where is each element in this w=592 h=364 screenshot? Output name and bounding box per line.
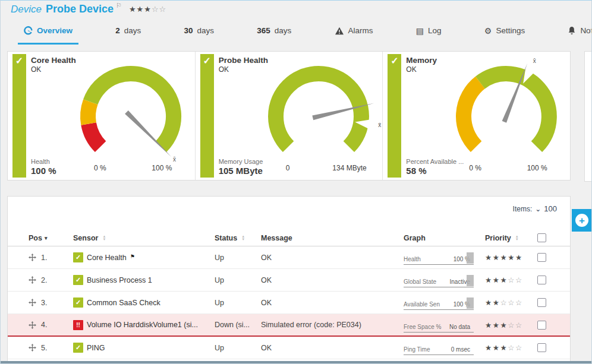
column-header-graph[interactable]: Graph	[404, 234, 485, 242]
gauge-axis-max: 134 MByte	[323, 164, 376, 172]
table-row[interactable]: 5. ✓ PING Up OK Ping Time 0 msec ★★★☆☆	[8, 337, 570, 359]
move-icon[interactable]	[29, 321, 36, 329]
move-icon[interactable]	[29, 276, 36, 284]
position-cell: 4.	[29, 321, 73, 329]
tab-log[interactable]: ▤ Log	[410, 18, 448, 45]
sort-desc-icon: ▾	[45, 235, 48, 241]
mini-graph-channel: Free Space %	[404, 324, 441, 330]
device-priority-rating[interactable]: ★★★☆☆	[129, 5, 166, 14]
channel-value: 100 %	[31, 166, 56, 176]
sensor-name[interactable]: Core Health	[87, 254, 127, 262]
message-text: OK	[261, 344, 404, 352]
mini-graph[interactable]: Available Sen 100 %	[404, 295, 474, 310]
flag-icon: ⚑	[130, 254, 135, 259]
row-checkbox[interactable]	[537, 253, 546, 262]
position-cell: 1.	[29, 254, 73, 262]
sensor-status-icon: !!	[73, 320, 83, 330]
column-header-priority[interactable]: Priority ▲▼	[485, 234, 537, 242]
alarm-triangle-icon	[335, 27, 344, 35]
sensor-cell[interactable]: ✓ Business Process 1	[73, 275, 215, 285]
position-number: 4.	[41, 321, 47, 329]
move-icon[interactable]	[29, 254, 36, 261]
svg-text:x̄: x̄	[378, 122, 381, 128]
sensor-status-icon: ✓	[73, 297, 83, 308]
sensor-name[interactable]: PING	[87, 344, 105, 352]
priority-stars[interactable]: ★★☆☆☆	[485, 298, 537, 307]
message-text: OK	[261, 254, 404, 262]
table-row[interactable]: 2. ✓ Business Process 1 Up OK Global Sta…	[8, 269, 570, 292]
tab-2-days[interactable]: 2 days	[109, 18, 147, 45]
channel-value: 105 MByte	[219, 166, 263, 176]
move-icon[interactable]	[29, 344, 36, 352]
priority-stars[interactable]: ★★★☆☆	[485, 276, 537, 284]
svg-text:x̄: x̄	[533, 58, 536, 64]
gauge-panel-core-health[interactable]: ✓ Core Health OK x̄ 0 % 100 % Health 100…	[8, 52, 196, 180]
tab-settings[interactable]: ⚙ Settings	[478, 18, 531, 45]
column-header-message[interactable]: Message	[261, 234, 404, 242]
gauge-axis-min: 0 %	[73, 164, 127, 172]
gauge-panel-probe-health[interactable]: ✓ Probe Health OK x̄ 0 134 MByte Memory …	[196, 52, 383, 180]
gauges-card: ✓ Core Health OK x̄ 0 % 100 % Health 100…	[7, 51, 571, 181]
row-checkbox[interactable]	[537, 276, 546, 284]
mini-graph[interactable]: Health 100 %	[404, 250, 474, 265]
tab-notifications[interactable]: Notifications	[562, 18, 592, 45]
items-per-page-control[interactable]: Items: ⌄ 100	[513, 204, 557, 213]
column-header-pos[interactable]: Pos ▾	[29, 234, 73, 242]
row-checkbox[interactable]	[537, 298, 546, 307]
tab-365-days[interactable]: 365 days	[251, 18, 297, 45]
bell-icon	[568, 26, 576, 36]
tab-alarms[interactable]: Alarms	[329, 18, 379, 45]
add-sensor-button[interactable]: +	[572, 209, 592, 232]
mini-graph[interactable]: Global State Inactive	[404, 273, 474, 287]
mini-graph[interactable]: Free Space % No data	[404, 318, 474, 333]
gauge-chart-probe-health: x̄	[250, 55, 387, 177]
priority-stars[interactable]: ★★★★★	[485, 253, 537, 262]
position-cell: 2.	[29, 276, 73, 284]
row-checkbox[interactable]	[537, 343, 546, 352]
column-header-sensor[interactable]: Sensor ▲▼	[73, 234, 215, 242]
status-text: Up	[215, 276, 261, 284]
select-all-checkbox[interactable]	[537, 233, 546, 242]
priority-stars[interactable]: ★★★☆☆	[485, 343, 537, 352]
check-icon: ✓	[15, 56, 23, 66]
sensor-status-icon: ✓	[73, 275, 83, 285]
column-header-status[interactable]: Status ▲▼	[215, 234, 261, 242]
check-icon: ✓	[391, 56, 398, 66]
table-row[interactable]: 3. ✓ Common SaaS Check Up OK Available S…	[8, 292, 570, 314]
gauge-axis-max: 100 %	[511, 164, 564, 172]
priority-stars[interactable]: ★★★☆☆	[485, 321, 537, 330]
mini-graph-channel: Ping Time	[404, 346, 430, 353]
clipped-side-panel	[584, 51, 592, 182]
log-icon: ▤	[416, 27, 424, 35]
gauge-status: OK	[406, 65, 437, 74]
move-icon[interactable]	[29, 299, 36, 306]
sensor-cell[interactable]: ✓ PING	[73, 343, 215, 353]
tab-30-days[interactable]: 30 days	[178, 18, 221, 45]
position-cell: 5.	[29, 344, 73, 352]
message-text: OK	[261, 299, 404, 307]
status-strip-ok: ✓	[12, 54, 26, 178]
status-text: Up	[215, 299, 261, 307]
sensor-name[interactable]: Business Process 1	[87, 276, 152, 284]
sensor-rows: 1. ✓ Core Health ⚑ Up OK Health 100 % ★★…	[8, 246, 570, 359]
sensor-cell[interactable]: !! Volume IO HarddiskVolume1 (si...	[73, 320, 215, 330]
sensor-name[interactable]: Volume IO HarddiskVolume1 (si...	[87, 321, 198, 329]
mini-graph[interactable]: Ping Time 0 msec	[404, 340, 474, 355]
gauge-panel-memory[interactable]: ✓ Memory OK x̄ 0 % 100 % Percent Availab…	[383, 52, 570, 180]
row-checkbox[interactable]	[537, 321, 546, 330]
mini-graph-value: No data	[449, 324, 470, 330]
sensor-cell[interactable]: ✓ Common SaaS Check	[73, 297, 215, 308]
position-cell: 3.	[29, 299, 73, 307]
mini-graph-channel: Health	[404, 256, 421, 262]
status-text: Up	[215, 344, 261, 352]
table-row[interactable]: 4. !! Volume IO HarddiskVolume1 (si... D…	[8, 314, 570, 337]
chevron-down-icon: ⌄	[535, 205, 541, 213]
sensor-cell[interactable]: ✓ Core Health ⚑	[73, 252, 215, 262]
mini-graph-bar	[467, 297, 474, 309]
sensor-name[interactable]: Common SaaS Check	[87, 299, 160, 307]
tab-overview[interactable]: Overview	[18, 18, 78, 45]
table-row[interactable]: 1. ✓ Core Health ⚑ Up OK Health 100 % ★★…	[8, 246, 570, 269]
flag-icon[interactable]: ⚐	[116, 2, 122, 10]
gear-icon: ⚙	[484, 27, 492, 35]
position-number: 3.	[41, 299, 47, 307]
